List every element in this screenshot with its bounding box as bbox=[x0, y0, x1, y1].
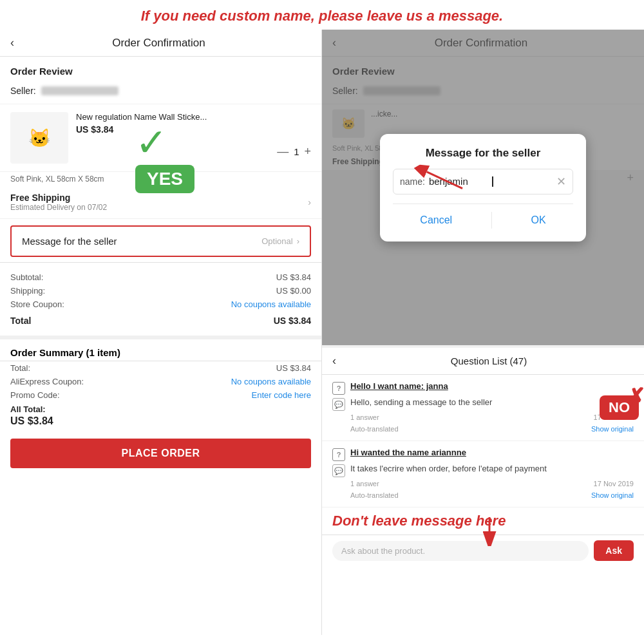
x-mark-icon: ✗ bbox=[626, 384, 644, 411]
left-back-button[interactable]: ‹ bbox=[10, 36, 14, 50]
dialog-title: Message for the seller bbox=[393, 147, 573, 160]
question-1-text: ? Hello I want name: janna bbox=[332, 381, 634, 395]
checkmark-icon: ✓ bbox=[135, 124, 194, 162]
q2-auto-translated: Auto-translated bbox=[350, 491, 399, 499]
summary-total-row: Total: US $3.84 bbox=[10, 361, 311, 375]
question-icon-2: ? bbox=[332, 448, 345, 461]
promo-value[interactable]: Enter code here bbox=[251, 390, 311, 400]
dont-leave-section: Don't leave message here bbox=[322, 507, 644, 535]
shipping-cost-label: Shipping: bbox=[10, 286, 45, 296]
q2-date: 17 Nov 2019 bbox=[594, 480, 634, 488]
q1-translation-meta: Auto-translated Show original bbox=[332, 422, 634, 434]
shipping-cost-row: Shipping: US $0.00 bbox=[10, 284, 311, 298]
promo-label: Promo Code: bbox=[10, 390, 60, 400]
total-row: Total US $3.84 bbox=[10, 314, 311, 328]
question-item-1: ? Hello I want name: janna 💬 Hello, send… bbox=[322, 375, 644, 441]
question-list-header: ‹ Question List (47) bbox=[322, 348, 644, 375]
answer-1-label: Hello, sending a message to the seller bbox=[350, 397, 492, 407]
shipping-title: Free Shipping bbox=[10, 193, 308, 203]
product-row: 🐱 New regulation Name Wall Sticke... US … bbox=[0, 104, 321, 172]
product-name: New regulation Name Wall Sticke... bbox=[76, 112, 311, 122]
no-badge-container: NO ✗ bbox=[600, 395, 639, 420]
shipping-cost-value: US $0.00 bbox=[276, 286, 311, 296]
q2-translation-meta: Auto-translated Show original bbox=[332, 489, 634, 500]
shipping-info: Free Shipping Estimated Delivery on 07/0… bbox=[10, 193, 308, 212]
question-2-label: Hi wanted the name ariannne bbox=[350, 448, 466, 457]
yes-badge: ✓ YES bbox=[135, 124, 194, 193]
aliexpress-coupon-row: AliExpress Coupon: No coupons available bbox=[10, 375, 311, 388]
order-summary-rows: Total: US $3.84 AliExpress Coupon: No co… bbox=[0, 361, 321, 402]
shipping-subtitle: Estimated Delivery on 07/02 bbox=[10, 203, 308, 212]
answer-icon-1: 💬 bbox=[332, 398, 345, 411]
subtotal-label: Subtotal: bbox=[10, 272, 43, 282]
left-panel: ‹ Order Confirmation Order Review Seller… bbox=[0, 30, 322, 635]
answer-1-text: 💬 Hello, sending a message to the seller bbox=[332, 397, 634, 411]
q1-show-original-button[interactable]: Show original bbox=[591, 425, 634, 433]
dialog-cancel-button[interactable]: Cancel bbox=[404, 212, 468, 229]
banner-text: If you need custom name, please leave us… bbox=[141, 8, 503, 24]
subtotal-row: Subtotal: US $3.84 bbox=[10, 270, 311, 284]
left-panel-title: Order Confirmation bbox=[22, 37, 296, 50]
dialog-ok-button[interactable]: OK bbox=[516, 212, 562, 229]
message-chevron-icon: › bbox=[297, 236, 299, 246]
message-optional-label: Optional bbox=[261, 236, 292, 246]
ask-input[interactable]: Ask about the product. bbox=[332, 541, 589, 561]
dialog-clear-button[interactable]: ✕ bbox=[556, 175, 566, 189]
qty-minus-button[interactable]: — bbox=[277, 145, 289, 158]
left-header: ‹ Order Confirmation bbox=[0, 30, 321, 57]
answer-2-label: It takes l'ecrire when order, before l'e… bbox=[350, 464, 547, 473]
shipping-chevron-icon: › bbox=[308, 197, 311, 207]
q2-answer-count: 1 answer bbox=[350, 480, 379, 488]
q2-meta: 1 answer 17 Nov 2019 bbox=[332, 477, 634, 489]
top-banner: If you need custom name, please leave us… bbox=[0, 0, 644, 30]
order-summary-title: Order Summary (1 item) bbox=[0, 336, 321, 361]
seller-row: Seller: bbox=[0, 82, 321, 104]
dialog-overlay: Message for the seller name: benjamin ✕ … bbox=[322, 30, 644, 345]
total-value: US $3.84 bbox=[274, 316, 311, 326]
q1-auto-translated: Auto-translated bbox=[350, 425, 399, 433]
message-seller-dialog: Message for the seller name: benjamin ✕ … bbox=[380, 134, 586, 242]
coupon-label: Store Coupon: bbox=[10, 299, 64, 309]
coupon-value[interactable]: No coupons available bbox=[231, 299, 311, 309]
svg-line-1 bbox=[427, 160, 462, 200]
product-quantity[interactable]: — 1 + bbox=[277, 145, 311, 158]
all-total-label: All Total: bbox=[0, 402, 321, 415]
seller-name-blurred bbox=[41, 86, 118, 95]
promo-row: Promo Code: Enter code here bbox=[10, 388, 311, 402]
subtotal-value: US $3.84 bbox=[276, 272, 311, 282]
text-cursor bbox=[492, 176, 493, 187]
coupon-row: Store Coupon: No coupons available bbox=[10, 298, 311, 311]
seller-label: Seller: bbox=[10, 86, 36, 96]
q1-meta: 1 answer 17 Nov 2019 bbox=[332, 411, 634, 422]
aliexpress-coupon-label: AliExpress Coupon: bbox=[10, 377, 84, 386]
q1-answer-count: 1 answer bbox=[350, 413, 379, 421]
dialog-buttons: Cancel OK bbox=[393, 204, 573, 229]
right-panel: ‹ Order Confirmation Order Review Seller… bbox=[322, 30, 644, 635]
question-icon-1: ? bbox=[332, 382, 345, 395]
question-1-label: Hello I want name: janna bbox=[350, 381, 448, 391]
question-item-2: ? Hi wanted the name ariannne 💬 It takes… bbox=[322, 441, 644, 507]
summary-total-label: Total: bbox=[10, 363, 30, 373]
q2-show-original-button[interactable]: Show original bbox=[591, 491, 634, 499]
total-label: Total bbox=[10, 316, 31, 326]
price-summary: Subtotal: US $3.84 Shipping: US $0.00 St… bbox=[0, 262, 321, 336]
summary-total-value: US $3.84 bbox=[276, 363, 311, 373]
product-image: 🐱 bbox=[10, 112, 68, 164]
answer-2-text: 💬 It takes l'ecrire when order, before l… bbox=[332, 464, 634, 477]
answer-icon-2: 💬 bbox=[332, 464, 345, 477]
message-seller-row[interactable]: Message for the seller Optional › bbox=[10, 225, 311, 257]
message-seller-label: Message for the seller bbox=[22, 236, 261, 247]
aliexpress-coupon-value[interactable]: No coupons available bbox=[231, 377, 311, 386]
quantity-value: 1 bbox=[294, 146, 299, 157]
ask-button[interactable]: Ask bbox=[594, 540, 634, 561]
question-list-title: Question List (47) bbox=[344, 355, 634, 366]
yes-label: YES bbox=[135, 165, 194, 193]
qty-plus-button[interactable]: + bbox=[304, 145, 311, 158]
question-list-panel: ‹ Question List (47) ? Hello I want name… bbox=[322, 345, 644, 635]
place-order-button[interactable]: PLACE ORDER bbox=[10, 439, 311, 468]
dialog-button-divider bbox=[491, 212, 492, 229]
down-arrow-icon bbox=[477, 514, 502, 549]
all-total-price: US $3.84 bbox=[0, 415, 321, 432]
question-list-back-button[interactable]: ‹ bbox=[332, 354, 336, 368]
question-2-text: ? Hi wanted the name ariannne bbox=[332, 448, 634, 461]
